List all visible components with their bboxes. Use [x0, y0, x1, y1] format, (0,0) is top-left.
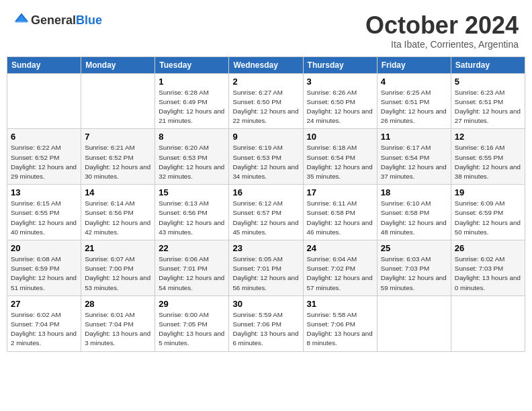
- day-info: Sunrise: 6:23 AM Sunset: 6:51 PM Dayligh…: [455, 88, 521, 126]
- logo-icon: [13, 12, 30, 28]
- calendar-cell: 19Sunrise: 6:09 AM Sunset: 6:59 PM Dayli…: [451, 185, 525, 240]
- month-title: October 2024: [365, 12, 519, 39]
- day-number: 31: [307, 299, 373, 309]
- day-number: 7: [85, 132, 151, 142]
- calendar-table: SundayMondayTuesdayWednesdayThursdayFrid…: [7, 56, 525, 352]
- day-number: 21: [85, 243, 151, 253]
- calendar-week-row: 6Sunrise: 6:22 AM Sunset: 6:52 PM Daylig…: [7, 129, 525, 185]
- day-info: Sunrise: 6:10 AM Sunset: 6:58 PM Dayligh…: [381, 199, 447, 237]
- day-info: Sunrise: 6:22 AM Sunset: 6:52 PM Dayligh…: [11, 143, 77, 181]
- day-number: 3: [307, 77, 373, 87]
- day-info: Sunrise: 6:01 AM Sunset: 7:04 PM Dayligh…: [85, 310, 151, 349]
- calendar-cell: [81, 73, 155, 129]
- calendar-cell: 7Sunrise: 6:21 AM Sunset: 6:52 PM Daylig…: [81, 129, 155, 185]
- day-number: 1: [159, 77, 225, 87]
- day-number: 10: [307, 132, 373, 142]
- day-info: Sunrise: 6:04 AM Sunset: 7:02 PM Dayligh…: [307, 255, 373, 293]
- day-number: 25: [381, 243, 447, 253]
- day-number: 13: [11, 187, 77, 197]
- day-info: Sunrise: 6:21 AM Sunset: 6:52 PM Dayligh…: [85, 143, 151, 181]
- day-of-week-header: Sunday: [7, 56, 81, 73]
- day-info: Sunrise: 6:03 AM Sunset: 7:03 PM Dayligh…: [381, 255, 447, 293]
- day-info: Sunrise: 6:11 AM Sunset: 6:58 PM Dayligh…: [307, 199, 373, 237]
- location-subtitle: Ita Ibate, Corrientes, Argentina: [365, 39, 519, 50]
- day-info: Sunrise: 6:06 AM Sunset: 7:01 PM Dayligh…: [159, 255, 225, 293]
- day-info: Sunrise: 6:26 AM Sunset: 6:50 PM Dayligh…: [307, 88, 373, 126]
- day-of-week-header: Saturday: [451, 56, 525, 73]
- logo: GeneralBlue: [13, 12, 102, 28]
- calendar-header: SundayMondayTuesdayWednesdayThursdayFrid…: [7, 56, 525, 73]
- day-number: 30: [232, 299, 299, 309]
- day-number: 28: [85, 299, 151, 309]
- calendar-cell: 28Sunrise: 6:01 AM Sunset: 7:04 PM Dayli…: [81, 295, 155, 351]
- calendar-cell: 10Sunrise: 6:18 AM Sunset: 6:54 PM Dayli…: [303, 129, 377, 185]
- day-number: 20: [11, 243, 77, 253]
- calendar-cell: 12Sunrise: 6:16 AM Sunset: 6:55 PM Dayli…: [451, 129, 525, 185]
- day-number: 26: [455, 243, 521, 253]
- page-header: GeneralBlue October 2024 Ita Ibate, Corr…: [7, 7, 525, 52]
- day-number: 15: [159, 187, 225, 197]
- calendar-cell: 26Sunrise: 6:02 AM Sunset: 7:03 PM Dayli…: [451, 240, 525, 296]
- calendar-cell: 21Sunrise: 6:07 AM Sunset: 7:00 PM Dayli…: [81, 240, 155, 296]
- day-info: Sunrise: 6:14 AM Sunset: 6:56 PM Dayligh…: [85, 199, 151, 237]
- calendar-cell: 11Sunrise: 6:17 AM Sunset: 6:54 PM Dayli…: [377, 129, 451, 185]
- calendar-cell: 24Sunrise: 6:04 AM Sunset: 7:02 PM Dayli…: [303, 240, 377, 296]
- day-info: Sunrise: 6:19 AM Sunset: 6:53 PM Dayligh…: [232, 143, 299, 181]
- calendar-cell: 30Sunrise: 5:59 AM Sunset: 7:06 PM Dayli…: [229, 295, 303, 351]
- calendar-body: 1Sunrise: 6:28 AM Sunset: 6:49 PM Daylig…: [7, 73, 525, 351]
- day-number: 22: [159, 243, 225, 253]
- calendar-cell: 25Sunrise: 6:03 AM Sunset: 7:03 PM Dayli…: [377, 240, 451, 296]
- calendar-cell: 15Sunrise: 6:13 AM Sunset: 6:56 PM Dayli…: [155, 185, 229, 240]
- calendar-cell: 2Sunrise: 6:27 AM Sunset: 6:50 PM Daylig…: [229, 73, 303, 129]
- day-info: Sunrise: 6:17 AM Sunset: 6:54 PM Dayligh…: [381, 143, 447, 181]
- calendar-week-row: 20Sunrise: 6:08 AM Sunset: 6:59 PM Dayli…: [7, 240, 525, 296]
- calendar-cell: 6Sunrise: 6:22 AM Sunset: 6:52 PM Daylig…: [7, 129, 81, 185]
- day-info: Sunrise: 6:18 AM Sunset: 6:54 PM Dayligh…: [307, 143, 373, 181]
- day-number: 23: [232, 243, 299, 253]
- day-info: Sunrise: 5:58 AM Sunset: 7:06 PM Dayligh…: [307, 310, 373, 349]
- day-number: 6: [11, 132, 77, 142]
- calendar-cell: 3Sunrise: 6:26 AM Sunset: 6:50 PM Daylig…: [303, 73, 377, 129]
- day-number: 8: [159, 132, 225, 142]
- day-of-week-header: Friday: [377, 56, 451, 73]
- day-of-week-header: Thursday: [303, 56, 377, 73]
- day-info: Sunrise: 6:15 AM Sunset: 6:55 PM Dayligh…: [11, 199, 77, 237]
- calendar-cell: [7, 73, 81, 129]
- day-info: Sunrise: 6:00 AM Sunset: 7:05 PM Dayligh…: [159, 310, 225, 349]
- day-info: Sunrise: 6:02 AM Sunset: 7:04 PM Dayligh…: [11, 310, 77, 349]
- logo-general-text: General: [31, 13, 76, 27]
- calendar-week-row: 1Sunrise: 6:28 AM Sunset: 6:49 PM Daylig…: [7, 73, 525, 129]
- calendar-cell: 13Sunrise: 6:15 AM Sunset: 6:55 PM Dayli…: [7, 185, 81, 240]
- calendar-cell: 17Sunrise: 6:11 AM Sunset: 6:58 PM Dayli…: [303, 185, 377, 240]
- day-of-week-header: Wednesday: [229, 56, 303, 73]
- day-number: 24: [307, 243, 373, 253]
- day-info: Sunrise: 6:05 AM Sunset: 7:01 PM Dayligh…: [232, 255, 299, 293]
- day-info: Sunrise: 6:12 AM Sunset: 6:57 PM Dayligh…: [232, 199, 299, 237]
- day-number: 17: [307, 187, 373, 197]
- calendar-cell: 23Sunrise: 6:05 AM Sunset: 7:01 PM Dayli…: [229, 240, 303, 296]
- day-number: 2: [232, 77, 299, 87]
- day-number: 4: [381, 77, 447, 87]
- day-number: 19: [455, 187, 521, 197]
- day-number: 14: [85, 187, 151, 197]
- day-info: Sunrise: 6:28 AM Sunset: 6:49 PM Dayligh…: [159, 88, 225, 126]
- day-info: Sunrise: 6:13 AM Sunset: 6:56 PM Dayligh…: [159, 199, 225, 237]
- calendar-cell: 9Sunrise: 6:19 AM Sunset: 6:53 PM Daylig…: [229, 129, 303, 185]
- calendar-cell: 18Sunrise: 6:10 AM Sunset: 6:58 PM Dayli…: [377, 185, 451, 240]
- day-number: 12: [455, 132, 521, 142]
- calendar-cell: 29Sunrise: 6:00 AM Sunset: 7:05 PM Dayli…: [155, 295, 229, 351]
- calendar-week-row: 27Sunrise: 6:02 AM Sunset: 7:04 PM Dayli…: [7, 295, 525, 351]
- day-number: 29: [159, 299, 225, 309]
- day-number: 11: [381, 132, 447, 142]
- day-info: Sunrise: 6:27 AM Sunset: 6:50 PM Dayligh…: [232, 88, 299, 126]
- calendar-cell: 5Sunrise: 6:23 AM Sunset: 6:51 PM Daylig…: [451, 73, 525, 129]
- day-number: 5: [455, 77, 521, 87]
- day-info: Sunrise: 6:08 AM Sunset: 6:59 PM Dayligh…: [11, 255, 77, 293]
- day-info: Sunrise: 6:25 AM Sunset: 6:51 PM Dayligh…: [381, 88, 447, 126]
- calendar-cell: 22Sunrise: 6:06 AM Sunset: 7:01 PM Dayli…: [155, 240, 229, 296]
- calendar-cell: [377, 295, 451, 351]
- day-info: Sunrise: 6:20 AM Sunset: 6:53 PM Dayligh…: [159, 143, 225, 181]
- day-of-week-header: Monday: [81, 56, 155, 73]
- day-number: 16: [232, 187, 299, 197]
- title-block: October 2024 Ita Ibate, Corrientes, Arge…: [365, 12, 519, 50]
